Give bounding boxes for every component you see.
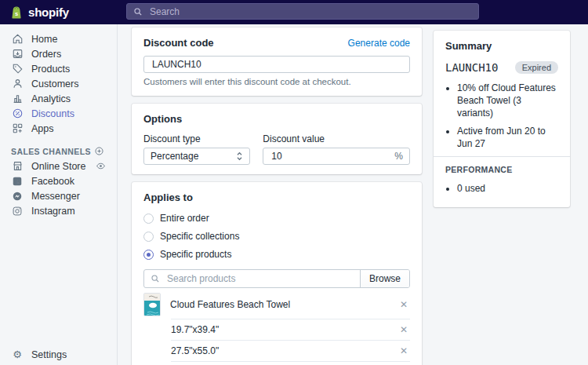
summary-code: LAUNCH10 xyxy=(445,61,498,74)
facebook-icon: f xyxy=(11,176,24,187)
sales-channels-label: SALES CHANNELS xyxy=(11,147,91,156)
percent-suffix: % xyxy=(394,151,403,162)
expired-badge: Expired xyxy=(515,61,558,74)
radio-specific-products[interactable]: Specific products xyxy=(143,246,410,262)
sidebar-item-facebook[interactable]: f Facebook xyxy=(0,173,117,188)
shopify-logo[interactable]: s shopify xyxy=(9,0,69,24)
summary-bullet: Active from Jun 20 to Jun 27 xyxy=(457,125,558,150)
summary-bullet-list: 10% off Cloud Features Beach Towel (3 va… xyxy=(445,82,558,150)
variant-label: 19.7"x39.4" xyxy=(171,324,219,335)
sidebar-item-label: Customers xyxy=(31,78,78,89)
percent-badge-icon xyxy=(11,108,24,119)
summary-card: Summary LAUNCH10 Expired 10% off Cloud F… xyxy=(434,31,570,207)
sidebar-item-home[interactable]: Home xyxy=(0,31,117,46)
radio-label: Entire order xyxy=(160,213,209,224)
sidebar-item-analytics[interactable]: Analytics xyxy=(0,91,117,106)
storefront-icon xyxy=(11,160,24,172)
remove-variant-icon[interactable]: ✕ xyxy=(397,346,410,356)
variant-row: 19.7"x39.4" ✕ xyxy=(171,319,410,340)
main-content: Discount code Generate code Customers wi… xyxy=(118,24,588,365)
sidebar-item-orders[interactable]: Orders xyxy=(0,46,117,61)
sidebar-item-apps[interactable]: Apps xyxy=(0,121,117,136)
browse-button[interactable]: Browse xyxy=(360,270,409,287)
messenger-icon xyxy=(11,191,24,202)
sidebar-item-discounts[interactable]: Discounts xyxy=(0,106,117,121)
discount-code-field-wrap xyxy=(143,56,410,73)
bar-chart-icon xyxy=(11,93,24,104)
svg-text:s: s xyxy=(15,10,18,17)
topbar: s shopify xyxy=(0,0,588,24)
generate-code-link[interactable]: Generate code xyxy=(348,38,410,49)
performance-bullet-list: 0 used xyxy=(445,182,558,195)
discount-value-input[interactable] xyxy=(270,150,394,162)
sales-channels-header: SALES CHANNELS xyxy=(0,144,117,159)
sidebar-item-label: Settings xyxy=(31,349,67,360)
sidebar-item-label: Messenger xyxy=(31,191,80,202)
sidebar-item-messenger[interactable]: Messenger xyxy=(0,188,117,203)
radio-circle-selected[interactable] xyxy=(143,250,154,260)
sidebar-item-label: Analytics xyxy=(31,93,71,104)
radio-label: Specific products xyxy=(160,249,231,260)
remove-product-icon[interactable]: ✕ xyxy=(397,300,410,309)
person-icon xyxy=(11,78,24,89)
remove-variant-icon[interactable]: ✕ xyxy=(397,325,410,334)
sidebar-item-label: Orders xyxy=(31,49,61,60)
performance-bullet: 0 used xyxy=(457,182,558,195)
logo-wordmark: shopify xyxy=(28,5,69,19)
sidebar-item-label: Home xyxy=(31,34,57,45)
radio-entire-order[interactable]: Entire order xyxy=(143,210,410,226)
discount-value-label: Discount value xyxy=(263,133,410,144)
eye-icon[interactable] xyxy=(96,161,106,171)
variant-label: 27.5"x55.0" xyxy=(171,345,219,356)
discount-code-helper: Customers will enter this discount code … xyxy=(143,77,410,86)
sidebar-item-online-store[interactable]: Online Store xyxy=(0,159,117,173)
sidebar-item-label: Apps xyxy=(31,123,54,134)
summary-title: Summary xyxy=(445,40,558,52)
sidebar-item-instagram[interactable]: Instagram xyxy=(0,203,117,218)
discount-code-card: Discount code Generate code Customers wi… xyxy=(132,27,422,96)
radio-circle[interactable] xyxy=(143,232,154,242)
applies-to-card: Applies to Entire order Specific collect… xyxy=(132,182,422,365)
selected-product-row: Cloud Features Beach Towel ✕ xyxy=(143,290,410,319)
sidebar-item-label: Online Store xyxy=(31,161,85,172)
sidebar-item-settings[interactable]: ⚙ Settings xyxy=(0,347,117,362)
summary-bullet: 10% off Cloud Features Beach Towel (3 va… xyxy=(457,82,558,120)
tag-icon xyxy=(11,63,24,75)
options-title: Options xyxy=(143,113,410,125)
product-thumbnail xyxy=(143,293,161,316)
radio-specific-collections[interactable]: Specific collections xyxy=(143,228,410,244)
applies-to-title: Applies to xyxy=(143,192,410,203)
apps-grid-icon xyxy=(11,122,24,134)
shopify-bag-icon: s xyxy=(9,5,24,20)
performance-header: PERFORMANCE xyxy=(445,165,558,174)
orders-icon xyxy=(11,48,24,60)
global-search[interactable] xyxy=(126,3,479,20)
home-icon xyxy=(11,33,24,45)
product-search-field[interactable] xyxy=(144,270,360,287)
discount-code-input[interactable] xyxy=(151,58,403,71)
search-icon xyxy=(151,274,160,283)
sidebar: Home Orders Products Customers Analytics… xyxy=(0,24,118,365)
sidebar-item-label: Facebook xyxy=(31,176,74,187)
gear-icon: ⚙ xyxy=(11,349,24,360)
discount-code-title: Discount code xyxy=(143,37,214,49)
sidebar-item-label: Discounts xyxy=(31,108,74,119)
sidebar-item-products[interactable]: Products xyxy=(0,61,117,76)
svg-text:f: f xyxy=(17,178,20,185)
add-channel-button[interactable] xyxy=(94,146,104,156)
summary-divider xyxy=(434,156,570,157)
variant-row: 27.5"x55.0" ✕ xyxy=(171,340,410,361)
instagram-icon xyxy=(11,206,24,217)
radio-circle[interactable] xyxy=(143,214,154,224)
sidebar-item-label: Instagram xyxy=(31,206,75,217)
up-down-carets-icon xyxy=(236,151,243,161)
sidebar-item-customers[interactable]: Customers xyxy=(0,76,117,91)
search-input[interactable] xyxy=(148,5,472,18)
product-search-group: Browse xyxy=(143,269,410,288)
product-search-input[interactable] xyxy=(165,272,354,285)
discount-type-value: Percentage xyxy=(151,151,198,162)
discount-value-wrap: % xyxy=(263,148,410,165)
options-card: Options Discount type Percentage Discoun… xyxy=(132,104,422,174)
discount-type-label: Discount type xyxy=(143,133,250,144)
discount-type-select[interactable]: Percentage xyxy=(143,148,250,165)
